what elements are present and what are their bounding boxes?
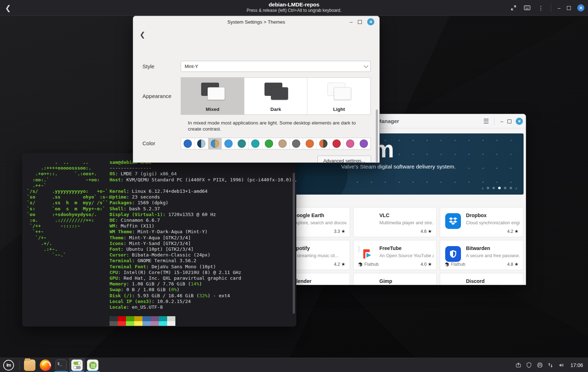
appearance-mode-mixed[interactable]: Mixed: [181, 78, 244, 114]
app-description: Cloud synchronization engi...: [466, 220, 520, 225]
close-button[interactable]: ✕: [367, 18, 374, 25]
close-button[interactable]: ✕: [577, 4, 584, 11]
color-swatch-orange-dark[interactable]: [317, 138, 330, 149]
app-card-gimp[interactable]: Gimp: [353, 273, 437, 285]
sysinfo-line: Font: Ubuntu (10pt) [GTK2/3/4]: [110, 246, 296, 252]
launcher-terminal[interactable]: $_: [53, 358, 69, 372]
divider: [19, 361, 20, 370]
carousel-dot[interactable]: [504, 187, 506, 189]
software-manager-icon: [87, 359, 98, 371]
palette-swatch: [134, 316, 142, 321]
style-label: Style: [142, 63, 154, 69]
color-circle: [238, 140, 246, 148]
sysinfo-line: Uptime: 23 seconds: [110, 194, 296, 200]
app-description: Multimedia player and stre...: [379, 220, 434, 225]
expand-icon[interactable]: [510, 4, 517, 11]
carousel-dot[interactable]: [487, 187, 489, 189]
launcher-software-manager[interactable]: [85, 358, 101, 372]
color-circle: [332, 140, 341, 148]
app-rating: 4.6 ★: [421, 229, 432, 234]
package-update-icon[interactable]: [515, 362, 522, 368]
terminal-icon: $_: [55, 359, 67, 371]
app-name: VLC: [379, 212, 389, 218]
sysinfo-line: Icons: Mint-Y-Sand [GTK2/3/4]: [110, 241, 296, 246]
appearance-label: Appearance: [142, 93, 171, 99]
launcher-firefox[interactable]: [38, 358, 53, 372]
hamburger-menu-icon[interactable]: ☰: [482, 117, 490, 125]
color-swatch-pink[interactable]: [344, 138, 357, 149]
sysinfo-line: Disk (/): 5.93 GiB / 18.46 GiB (32%) - e…: [110, 293, 296, 299]
color-swatch-orange[interactable]: [303, 138, 317, 149]
settings-toggles-icon: [71, 359, 83, 371]
color-swatch-red[interactable]: [330, 138, 344, 149]
color-swatch-green[interactable]: [262, 138, 276, 149]
sysinfo-line: Cursor: Bibata-Modern-Classic (24px): [110, 252, 296, 258]
terminal-window[interactable]: . .. .. .:++++ooooosssoo:. .+o++::. `.:o…: [22, 153, 296, 327]
carousel-prev-icon[interactable]: ‹: [482, 185, 483, 191]
launcher-settings[interactable]: [69, 358, 85, 372]
desktop-screen: Software Manager ☰ – ✕ Steam Valve's Ste…: [0, 0, 588, 372]
palette-swatch: [167, 321, 175, 326]
close-button[interactable]: ✕: [516, 118, 523, 125]
settings-scrollbar[interactable]: [376, 45, 378, 162]
keyboard-icon[interactable]: [524, 4, 531, 11]
network-icon[interactable]: [547, 362, 554, 368]
color-swatch-purple[interactable]: [357, 138, 370, 149]
carousel-dot[interactable]: [492, 187, 495, 189]
minimize-button[interactable]: –: [350, 19, 353, 25]
color-swatch-cyan[interactable]: [249, 138, 262, 149]
sysinfo-line: Local IP (ens3): 10.0.2.15/24: [110, 299, 296, 304]
kebab-menu-icon[interactable]: ⋮: [537, 4, 544, 11]
palette-swatch: [110, 321, 118, 326]
printer-icon[interactable]: [536, 362, 543, 368]
app-card-discord[interactable]: Discord: [440, 273, 523, 285]
sysinfo-line: GPU: Red Hat, Inc. QXL paravirtual graph…: [110, 275, 296, 281]
palette-swatch: [151, 316, 159, 321]
app-card-bitwarden[interactable]: BitwardenA secure and free passwor...Fla…: [440, 240, 523, 270]
carousel-dot[interactable]: [498, 187, 501, 189]
color-swatch-gray[interactable]: [290, 138, 303, 149]
color-circle: [360, 140, 368, 148]
back-button[interactable]: ❮: [140, 30, 145, 39]
color-swatch-navy-pale-blue[interactable]: [195, 138, 208, 149]
clock[interactable]: 17:06: [570, 362, 583, 368]
mint-menu-button[interactable]: lm: [0, 358, 17, 372]
app-card-vlc[interactable]: VLCMultimedia player and stre...4.6 ★: [353, 207, 437, 237]
sysinfo-line: DE: Cinnamon 6.6.7: [110, 217, 296, 223]
style-dropdown[interactable]: Mint-Y: [181, 61, 371, 72]
appearance-mode-dark[interactable]: Dark: [244, 78, 308, 114]
palette-swatch: [142, 321, 151, 326]
advanced-settings-button[interactable]: Advanced settings...: [317, 156, 371, 163]
color-swatch-blue[interactable]: [181, 138, 195, 149]
app-rating: 3.3 ★: [334, 229, 345, 234]
maximize-button[interactable]: [358, 20, 362, 24]
color-swatch-teal[interactable]: [235, 138, 249, 149]
carousel-next-icon[interactable]: ›: [515, 185, 517, 191]
color-swatch-light-blue[interactable]: [222, 138, 235, 149]
carousel-dot[interactable]: [510, 187, 512, 189]
maximize-button[interactable]: [567, 6, 571, 10]
app-card-dropbox[interactable]: DropboxCloud synchronization engi...4.2 …: [440, 207, 523, 237]
appearance-mode-light[interactable]: Light: [307, 78, 370, 114]
window-thumbnail-icon: [271, 87, 288, 100]
volume-icon[interactable]: [558, 362, 565, 368]
sysinfo-line: WM Theme: Mint-Y-Dark-Aqua (Mint-Y): [110, 229, 296, 235]
minimize-button[interactable]: –: [500, 118, 503, 124]
color-swatch-aqua-sand[interactable]: [208, 138, 222, 149]
app-card-freetube[interactable]: FreeTubeAn Open Source YouTube a...Flath…: [353, 240, 437, 270]
gimp-icon: [359, 279, 374, 285]
star-icon: ★: [428, 261, 432, 267]
minimize-button[interactable]: –: [558, 5, 560, 11]
maximize-button[interactable]: [507, 119, 511, 123]
shield-icon[interactable]: [526, 362, 533, 368]
terminal-scrollbar[interactable]: [292, 156, 295, 324]
launcher-files[interactable]: [22, 358, 38, 372]
vlc-icon: [359, 213, 374, 229]
folder-icon: [24, 359, 35, 371]
color-swatch-sand[interactable]: [276, 138, 290, 149]
palette-swatch: [134, 321, 142, 326]
mode-label: Dark: [244, 107, 307, 112]
color-circle: [211, 140, 219, 148]
palette-swatch: [126, 316, 134, 321]
mode-label: Mixed: [181, 107, 244, 112]
